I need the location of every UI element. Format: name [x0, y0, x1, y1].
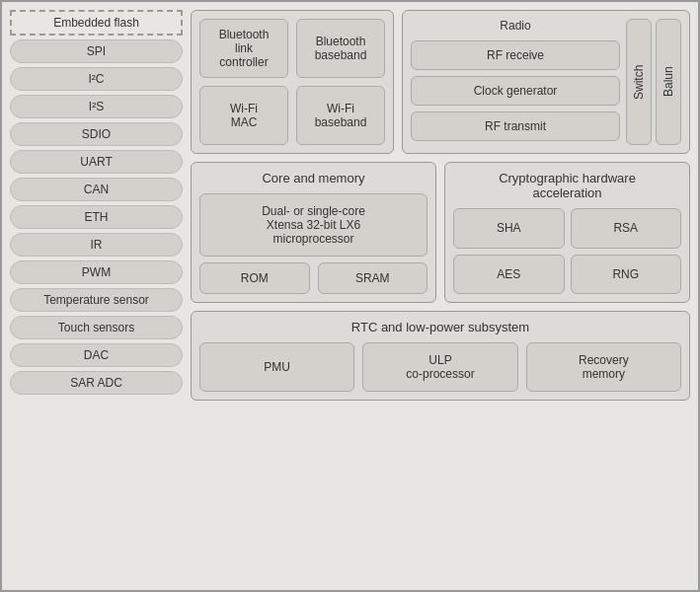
bt-link-controller: Bluetoothlinkcontroller: [199, 19, 288, 78]
peripheral-item: CAN: [10, 178, 183, 201]
wifi-baseband: Wi-Fibaseband: [296, 86, 385, 145]
top-section: Bluetoothlinkcontroller Wi-FiMAC Bluetoo…: [191, 10, 690, 154]
core-title: Core and memory: [199, 171, 428, 185]
radio-title: Radio: [411, 19, 620, 33]
clock-generator: Clock generator: [411, 76, 620, 106]
bt-link-label: Bluetoothlinkcontroller: [219, 28, 270, 69]
peripheral-item: UART: [10, 150, 183, 174]
rf-transmit: RF transmit: [411, 111, 620, 141]
right-area: Bluetoothlinkcontroller Wi-FiMAC Bluetoo…: [191, 10, 690, 582]
radio-main: Radio RF receive Clock generator RF tran…: [411, 19, 620, 145]
rtc-row: PMU ULPco-processor Recoverymemory: [199, 342, 681, 392]
bluetooth-section: Bluetoothlinkcontroller Wi-FiMAC Bluetoo…: [191, 10, 394, 154]
peripheral-item: IR: [10, 233, 183, 257]
ulp-label: ULPco-processor: [406, 353, 474, 381]
crypto-section: Cryptographic hardwareacceleration SHA R…: [444, 162, 690, 303]
sram-block: SRAM: [318, 262, 428, 294]
bluetooth-column: Bluetoothlinkcontroller Wi-FiMAC: [199, 19, 288, 145]
recovery-block: Recoverymemory: [526, 342, 681, 392]
peripheral-item: Touch sensors: [10, 316, 183, 339]
crypto-title: Cryptographic hardwareacceleration: [453, 171, 681, 200]
wifi-baseband-label: Wi-Fibaseband: [315, 102, 367, 129]
rom-block: ROM: [199, 262, 310, 294]
middle-section: Core and memory Dual- or single-coreXten…: [191, 162, 690, 303]
peripheral-item: SAR ADC: [10, 371, 183, 395]
crypto-title-label: Cryptographic hardwareacceleration: [499, 171, 636, 200]
radio-section: Radio RF receive Clock generator RF tran…: [402, 10, 690, 154]
peripheral-item: SDIO: [10, 122, 183, 146]
cpu-label: Dual- or single-coreXtensa 32-bit LX6mic…: [262, 204, 365, 246]
balun-block: Balun: [656, 19, 681, 145]
core-mem-row: ROM SRAM: [199, 262, 428, 294]
radio-side: Switch Balun: [626, 19, 681, 145]
peripheral-item: PWM: [10, 260, 183, 284]
crypto-grid: SHA RSA AES RNG: [453, 208, 681, 294]
rtc-section: RTC and low-power subsystem PMU ULPco-pr…: [191, 311, 690, 401]
peripheral-item: Temperature sensor: [10, 288, 183, 312]
ulp-block: ULPco-processor: [362, 342, 517, 392]
peripheral-item: I²C: [10, 67, 183, 91]
rf-receive: RF receive: [411, 40, 620, 70]
wifi-mac: Wi-FiMAC: [199, 86, 288, 145]
pmu-block: PMU: [199, 342, 354, 392]
rsa-block: RSA: [571, 208, 682, 249]
peripherals-list: SPII²CI²SSDIOUARTCANETHIRPWMTemperature …: [10, 39, 183, 399]
embedded-flash-label: Embedded flash: [53, 16, 139, 30]
main-container: Embedded flash SPII²CI²SSDIOUARTCANETHIR…: [0, 0, 700, 592]
bt-baseband: Bluetoothbaseband: [296, 19, 385, 78]
core-section: Core and memory Dual- or single-coreXten…: [191, 162, 436, 303]
sha-block: SHA: [453, 208, 565, 249]
peripheral-item: SPI: [10, 39, 183, 63]
left-column: Embedded flash SPII²CI²SSDIOUARTCANETHIR…: [10, 10, 183, 582]
aes-block: AES: [453, 255, 565, 295]
rng-block: RNG: [571, 255, 682, 295]
peripheral-item: DAC: [10, 343, 183, 367]
embedded-flash: Embedded flash: [10, 10, 183, 36]
switch-block: Switch: [626, 19, 652, 145]
peripheral-item: ETH: [10, 205, 183, 229]
peripheral-item: I²S: [10, 95, 183, 118]
wifi-mac-label: Wi-FiMAC: [230, 102, 258, 129]
bt-baseband-label: Bluetoothbaseband: [315, 35, 367, 62]
core-cpu: Dual- or single-coreXtensa 32-bit LX6mic…: [199, 193, 428, 257]
rtc-title: RTC and low-power subsystem: [199, 320, 681, 334]
bluetooth-column-2: Bluetoothbaseband Wi-Fibaseband: [296, 19, 385, 145]
recovery-label: Recoverymemory: [579, 353, 629, 381]
